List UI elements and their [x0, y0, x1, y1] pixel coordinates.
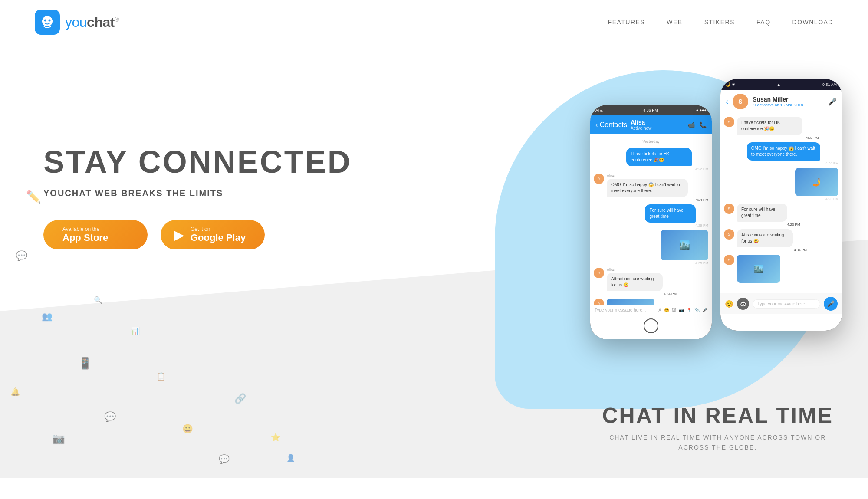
- msg-out-1: I have tickets for HK conference 🎉😊 4:22…: [626, 148, 708, 171]
- mic-header-icon[interactable]: 🎤: [828, 98, 837, 106]
- msg-right-in-image: S 🏙️: [724, 255, 838, 283]
- nav-stikers[interactable]: STIKERS: [704, 19, 735, 26]
- googleplay-text: Get it on Google Play: [191, 226, 246, 243]
- msg-in-1: A Alisa OMG I'm so happy 😱 I can't wait …: [594, 174, 708, 202]
- svg-point-1: [44, 20, 46, 22]
- chat-header-left: ‹ Contacts Alisa Active now 📹 📞: [590, 115, 712, 134]
- camera-icon[interactable]: 📷: [679, 308, 684, 312]
- nav-faq[interactable]: FAQ: [756, 19, 771, 26]
- chat-header-right: ‹ S Susan Miller • Last active on 16 Mar…: [720, 90, 842, 113]
- navigation: FEATURES WEB STIKERS FAQ DOWNLOAD: [608, 19, 833, 26]
- sticker-icon: 🐼: [737, 298, 749, 310]
- msg-right-in-3: S Attractions are waiting for us 😜 4:34 …: [724, 229, 838, 252]
- msg-out-image: 🏙️ 4:35 PM: [661, 230, 708, 265]
- msg-in-2: A Alisa Attractions are waiting for us 😜…: [594, 268, 708, 296]
- logo-icon: [35, 10, 60, 35]
- image-icon[interactable]: 🖼: [672, 308, 676, 312]
- svg-point-2: [49, 20, 51, 22]
- phone-right-screen: 🌙 ☀ ▲ 9:51 AM ‹ S Susan Miller • Last ac…: [720, 79, 842, 331]
- location-icon[interactable]: 📍: [687, 308, 692, 312]
- msg-out-2: For sure will have great time 4:29 PM: [645, 204, 708, 227]
- msg-right-in-2: S For sure will have great time 4:23 PM: [724, 204, 838, 227]
- emoji-icon[interactable]: 😊: [664, 308, 669, 312]
- nav-features[interactable]: FEATURES: [608, 19, 645, 26]
- hero-section: ✏️ 💬 👥 📱 🔔 💬 📋 😀 🔗 📷 ⭐ 💬 🔍 📊 👤 STAY CONN…: [0, 44, 868, 478]
- logo[interactable]: youchat®: [35, 10, 119, 35]
- bottom-title: CHAT IN REAL TIME: [602, 403, 833, 428]
- photo-right-2: 🏙️: [737, 255, 780, 283]
- contact-info-left: Alisa Active now: [631, 119, 684, 131]
- call-icon[interactable]: 📞: [699, 121, 707, 128]
- bottom-section: CHAT IN REAL TIME CHAT LIVE IN REAL TIME…: [602, 403, 833, 478]
- msg-right-out-image-1: 🤳 4:23 PM: [795, 168, 838, 201]
- photo-right-1: 🤳: [795, 168, 838, 196]
- avatar-susan-msg: S: [724, 117, 734, 127]
- msg-right-in-1: S I have tickets for HK conference.🎉😊 4:…: [724, 117, 838, 140]
- phone-right: 🌙 ☀ ▲ 9:51 AM ‹ S Susan Miller • Last ac…: [720, 79, 842, 331]
- svg-point-0: [42, 16, 53, 26]
- avatar-susan: S: [733, 94, 748, 109]
- home-button-left[interactable]: [644, 318, 658, 333]
- avatar-alisa: A: [594, 174, 604, 184]
- input-placeholder-right[interactable]: Type your message here...: [753, 299, 820, 309]
- chat-header-icons: 📹 📞: [687, 121, 707, 128]
- phones-container: AT&T 4:36 PM ● ●●● ‹ Contacts Alisa Acti…: [590, 79, 842, 339]
- avatar-alisa-2: A: [594, 268, 604, 278]
- hero-subtitle: YOUCHAT WEB BREAKS THE LIMITS: [43, 188, 352, 198]
- back-icon-right[interactable]: ‹: [726, 97, 728, 106]
- nav-download[interactable]: DOWNLOAD: [792, 19, 833, 26]
- logo-text: youchat®: [65, 14, 119, 30]
- messages-right: S I have tickets for HK conference.🎉😊 4:…: [720, 113, 842, 300]
- phone-left-screen: AT&T 4:36 PM ● ●●● ‹ Contacts Alisa Acti…: [590, 105, 712, 339]
- appstore-button[interactable]: Available on the App Store: [43, 220, 148, 250]
- nav-web[interactable]: WEB: [667, 19, 682, 26]
- status-bar-right: 🌙 ☀ ▲ 9:51 AM: [720, 79, 842, 90]
- contact-info-right: Susan Miller • Last active on 16 Mar. 20…: [753, 96, 824, 107]
- googleplay-button[interactable]: ▶ Get it on Google Play: [161, 220, 265, 250]
- mic-icon-left[interactable]: 🎤: [702, 308, 707, 312]
- input-bar-left[interactable]: Type your message here... A 😊 🖼 📷 📍 📎 🎤: [590, 305, 712, 315]
- attachment-icon[interactable]: 📎: [694, 308, 700, 312]
- header: youchat® FEATURES WEB STIKERS FAQ DOWNLO…: [0, 0, 868, 44]
- hero-title: STAY CONNECTED: [43, 144, 352, 180]
- input-placeholder-left[interactable]: Type your message here...: [595, 308, 656, 312]
- video-icon[interactable]: 📹: [687, 121, 695, 128]
- back-arrow-icon[interactable]: ‹ Contacts: [595, 121, 627, 129]
- bottom-subtitle: CHAT LIVE IN REAL TIME WITH ANYONE ACROS…: [609, 433, 826, 452]
- hero-content: STAY CONNECTED YOUCHAT WEB BREAKS THE LI…: [43, 144, 352, 250]
- font-icon: A: [658, 308, 661, 312]
- photo-1: 🏙️: [661, 230, 708, 260]
- play-icon: ▶: [174, 227, 184, 243]
- messages-left: Yesterday I have tickets for HK conferen…: [590, 134, 712, 312]
- appstore-text: Available on the App Store: [62, 226, 108, 243]
- status-bar-left: AT&T 4:36 PM ● ●●●: [590, 105, 712, 115]
- phone-left: AT&T 4:36 PM ● ●●● ‹ Contacts Alisa Acti…: [590, 105, 712, 339]
- input-bar-right[interactable]: 😊 🐼 Type your message here... 🎤: [720, 293, 842, 314]
- cta-buttons: Available on the App Store ▶ Get it on G…: [43, 220, 352, 250]
- msg-right-out-1: OMG I'm so happy 😱 I can't wait to meet …: [747, 142, 838, 165]
- emoji-icon-right[interactable]: 😊: [725, 300, 733, 308]
- send-mic-button[interactable]: 🎤: [824, 297, 838, 311]
